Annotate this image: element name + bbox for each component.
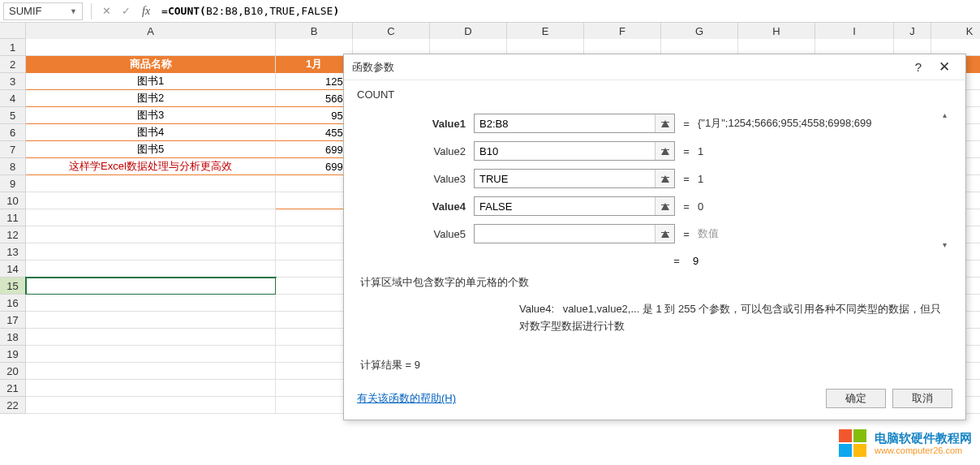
range-selector-button[interactable] [655, 114, 674, 132]
cell-A3[interactable]: 图书1 [26, 73, 276, 90]
cell-B20[interactable] [276, 363, 353, 380]
col-header-K[interactable]: K [931, 23, 980, 39]
cell-B22[interactable] [276, 397, 353, 414]
cancel-formula-button[interactable]: ✕ [97, 2, 116, 20]
cell-A17[interactable] [26, 312, 276, 329]
row-header[interactable]: 12 [0, 226, 26, 243]
col-header-B[interactable]: B [276, 23, 353, 39]
argument-input[interactable] [475, 142, 655, 160]
cancel-button[interactable]: 取消 [892, 389, 952, 408]
row-header[interactable]: 18 [0, 329, 26, 346]
cell-A11[interactable] [26, 209, 276, 226]
col-header-F[interactable]: F [584, 23, 661, 39]
cell-B7[interactable]: 6998 [276, 141, 353, 158]
formula-input[interactable]: =COUNT(B2:B8,B10,TRUE,FALSE) [157, 5, 980, 17]
cell-A22[interactable] [26, 397, 276, 414]
cell-A9[interactable] [26, 175, 276, 192]
cell-B6[interactable]: 4558 [276, 124, 353, 141]
name-box[interactable]: SUMIF ▼ [3, 2, 83, 20]
row-header[interactable]: 14 [0, 260, 26, 278]
scroll-up-icon[interactable]: ▴ [938, 107, 951, 122]
cell-B11[interactable] [276, 209, 353, 226]
row-header[interactable]: 13 [0, 243, 26, 260]
range-selector-button[interactable] [655, 142, 674, 160]
range-selector-button[interactable] [655, 170, 674, 187]
argument-input[interactable] [475, 197, 655, 215]
cell-A5[interactable]: 图书3 [26, 107, 276, 124]
row-header[interactable]: 17 [0, 312, 26, 329]
cell-B17[interactable] [276, 312, 353, 329]
row-header[interactable]: 19 [0, 346, 26, 363]
cell-A19[interactable] [26, 346, 276, 363]
range-selector-button[interactable] [655, 225, 674, 243]
cell-B13[interactable] [276, 243, 353, 260]
dialog-titlebar[interactable]: 函数参数 ? ✕ [344, 54, 965, 80]
row-header[interactable]: 9 [0, 175, 26, 192]
scroll-down-icon[interactable]: ▾ [938, 237, 951, 252]
argument-input[interactable] [475, 225, 655, 243]
cell-A18[interactable] [26, 329, 276, 346]
cell-B14[interactable] [276, 260, 353, 278]
row-header[interactable]: 20 [0, 363, 26, 380]
ok-button[interactable]: 确定 [826, 389, 886, 408]
col-header-C[interactable]: C [353, 23, 430, 39]
cell-B1[interactable] [276, 39, 353, 56]
col-header-E[interactable]: E [507, 23, 584, 39]
cell-A10[interactable] [26, 192, 276, 209]
col-header-J[interactable]: J [894, 23, 931, 39]
function-help-link[interactable]: 有关该函数的帮助(H) [357, 391, 456, 406]
cell-B19[interactable] [276, 346, 353, 363]
col-header-I[interactable]: I [815, 23, 894, 39]
row-header[interactable]: 5 [0, 107, 26, 124]
row-header[interactable]: 16 [0, 295, 26, 312]
cell-B4[interactable]: 5666 [276, 90, 353, 107]
cell-A7[interactable]: 图书5 [26, 141, 276, 158]
cell-B10[interactable]: 1 [276, 192, 353, 209]
col-header-G[interactable]: G [661, 23, 738, 39]
cell-B12[interactable] [276, 226, 353, 243]
range-selector-button[interactable] [655, 197, 674, 215]
dialog-close-button[interactable]: ✕ [931, 56, 957, 79]
row-header[interactable]: 8 [0, 158, 26, 175]
col-header-A[interactable]: A [26, 23, 276, 39]
row-header[interactable]: 15 [0, 278, 26, 295]
select-all-corner[interactable] [0, 23, 26, 39]
cell-A8[interactable]: 这样学Excel数据处理与分析更高效 [26, 158, 276, 175]
cell-A21[interactable] [26, 380, 276, 397]
scroll-track[interactable] [938, 122, 951, 237]
row-header[interactable]: 4 [0, 90, 26, 107]
arguments-scrollbar[interactable]: ▴ ▾ [938, 107, 951, 252]
cell-A16[interactable] [26, 295, 276, 312]
row-header[interactable]: 22 [0, 397, 26, 414]
cell-A12[interactable] [26, 226, 276, 243]
name-box-dropdown-icon[interactable]: ▼ [70, 7, 77, 15]
cell-B9[interactable] [276, 175, 353, 192]
cell-A2[interactable]: 商品名称 [26, 56, 276, 73]
cell-A1[interactable] [26, 39, 276, 56]
cell-A14[interactable] [26, 260, 276, 278]
cell-B3[interactable]: 1254 [276, 73, 353, 90]
row-header[interactable]: 2 [0, 56, 26, 73]
row-header[interactable]: 7 [0, 141, 26, 158]
cell-A13[interactable] [26, 243, 276, 260]
cell-A15[interactable] [26, 278, 276, 295]
argument-input[interactable] [475, 170, 655, 187]
dialog-help-button[interactable]: ? [905, 56, 931, 79]
row-header[interactable]: 3 [0, 73, 26, 90]
col-header-D[interactable]: D [430, 23, 507, 39]
cell-B16[interactable] [276, 295, 353, 312]
row-header[interactable]: 10 [0, 192, 26, 209]
cell-B5[interactable]: 955 [276, 107, 353, 124]
cell-A20[interactable] [26, 363, 276, 380]
cell-B2[interactable]: 1月 [276, 56, 353, 73]
row-header[interactable]: 6 [0, 124, 26, 141]
cell-A4[interactable]: 图书2 [26, 90, 276, 107]
col-header-H[interactable]: H [738, 23, 815, 39]
cell-B18[interactable] [276, 329, 353, 346]
row-header[interactable]: 1 [0, 39, 26, 56]
insert-function-button[interactable]: fx [135, 5, 157, 18]
cell-B15[interactable] [276, 278, 353, 295]
cell-B21[interactable] [276, 380, 353, 397]
accept-formula-button[interactable]: ✓ [116, 2, 135, 20]
cell-A6[interactable]: 图书4 [26, 124, 276, 141]
